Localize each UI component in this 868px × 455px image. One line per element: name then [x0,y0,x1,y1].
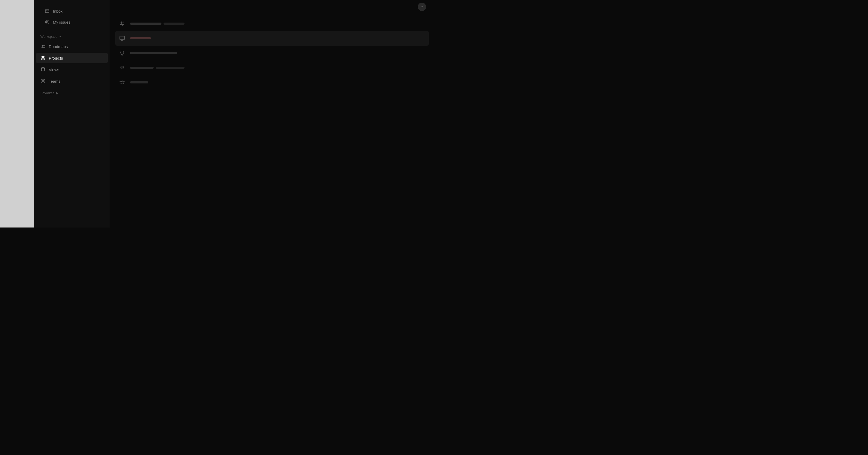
left-panel [0,0,34,227]
roadmaps-icon [40,44,45,49]
row-bars [130,23,426,25]
row-bars [130,67,426,69]
svg-point-7 [42,80,44,82]
roadmaps-label: Roadmaps [49,44,68,49]
svg-rect-8 [120,36,124,39]
right-panel [110,0,434,227]
favorites-chevron: ▶ [56,91,58,95]
right-content-list [115,13,429,90]
lightbulb-icon [119,49,126,57]
svg-point-9 [122,51,122,51]
list-item[interactable] [115,60,429,75]
sidebar-item-my-issues[interactable]: My issues [40,17,103,27]
workspace-chevron: ▼ [59,35,62,38]
bar-element [130,37,151,39]
sidebar-item-roadmaps[interactable]: Roadmaps [36,41,108,52]
bar-element [130,23,161,25]
sidebar-item-inbox[interactable]: Inbox [40,6,103,16]
inbox-label: Inbox [53,9,63,13]
bar-element [130,52,177,54]
bar-element [163,23,185,25]
list-item[interactable] [115,46,429,60]
workspace-label: Workspace [40,35,57,38]
row-bars [130,37,426,39]
projects-label: Projects [49,56,63,60]
list-item[interactable] [115,16,429,31]
sidebar-item-views[interactable]: Views [36,64,108,75]
views-label: Views [49,67,59,72]
favorites-label: Favorites [40,91,54,95]
projects-icon [40,55,45,61]
list-item[interactable] [115,75,429,90]
workspace-section-header[interactable]: Workspace ▼ [34,30,110,41]
collapse-button[interactable] [418,3,426,11]
views-icon [40,67,45,72]
row-bars [130,52,426,54]
my-issues-icon [44,20,50,25]
list-item[interactable] [115,31,429,46]
teams-icon [40,79,45,84]
bar-element [130,67,154,69]
sidebar-item-projects[interactable]: Projects [36,53,108,63]
sidebar-item-teams[interactable]: Teams [36,76,108,86]
bar-element [130,81,148,83]
favorites-section-header[interactable]: Favorites ▶ [34,87,110,97]
monitor-icon [119,35,126,42]
hash-icon [119,20,126,27]
star-icon [119,79,126,86]
sidebar-top-section: Inbox My issues [34,0,110,30]
teams-label: Teams [49,79,60,83]
right-top-bar [115,0,429,13]
my-issues-label: My issues [53,20,70,24]
code-icon [119,64,126,72]
svg-point-0 [45,20,49,24]
inbox-icon [44,8,50,13]
bar-element [156,67,185,69]
svg-point-1 [46,21,48,23]
row-bars [130,81,426,83]
sidebar: Inbox My issues Workspace ▼ Roadmaps [34,0,110,227]
